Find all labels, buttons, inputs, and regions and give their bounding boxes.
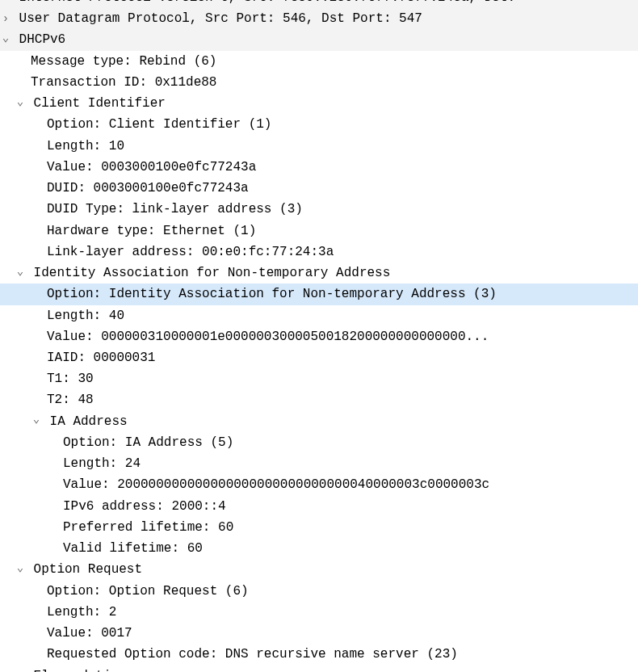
chevron-right-icon[interactable] bbox=[0, 10, 11, 28]
chevron-down-icon[interactable] bbox=[0, 31, 11, 49]
tree-row-udp[interactable]: User Datagram Protocol, Src Port: 546, D… bbox=[0, 8, 638, 29]
field-label: DHCPv6 bbox=[19, 32, 66, 47]
tree-row-client-id[interactable]: Client Identifier bbox=[0, 93, 638, 114]
tree-row[interactable]: Preferred lifetime: 60 bbox=[0, 517, 638, 538]
tree-row[interactable]: Length: 40 bbox=[0, 305, 638, 326]
tree-row-ia-addr[interactable]: IA Address bbox=[0, 411, 638, 432]
field-label: Client Identifier bbox=[34, 96, 166, 111]
field-label: Identity Association for Non-temporary A… bbox=[34, 266, 391, 280]
field-label: Elapsed time bbox=[34, 669, 127, 673]
tree-row[interactable]: Length: 2 bbox=[0, 602, 638, 623]
tree-row[interactable]: Option: IA Address (5) bbox=[0, 432, 638, 453]
field-label: Length: 40 bbox=[47, 309, 124, 323]
tree-row[interactable]: DUID: 0003000100e0fc77243a bbox=[0, 178, 638, 199]
field-label: Value: 200000000000000000000000000000040… bbox=[63, 477, 489, 492]
tree-row-dhcpv6[interactable]: DHCPv6 bbox=[0, 29, 638, 50]
field-label: Option Request bbox=[34, 562, 142, 577]
field-label: Link-layer address: 00:e0:fc:77:24:3a bbox=[47, 245, 334, 259]
tree-row-ipv6[interactable]: Internet Protocol Version 6, Src: fe80::… bbox=[0, 0, 638, 8]
tree-row[interactable]: IAID: 00000031 bbox=[0, 347, 638, 368]
field-label: Hardware type: Ethernet (1) bbox=[47, 224, 256, 238]
tree-row[interactable]: Length: 24 bbox=[0, 453, 638, 474]
tree-row[interactable]: IPv6 address: 2000::4 bbox=[0, 496, 638, 517]
tree-row[interactable]: T1: 30 bbox=[0, 368, 638, 389]
field-label: IPv6 address: 2000::4 bbox=[63, 499, 226, 514]
field-label: T2: 48 bbox=[47, 393, 94, 407]
field-label: IAID: 00000031 bbox=[47, 351, 155, 365]
tree-row[interactable]: Value: 0003000100e0fc77243a bbox=[0, 157, 638, 178]
chevron-down-icon[interactable] bbox=[31, 412, 42, 430]
chevron-down-icon[interactable] bbox=[15, 94, 26, 113]
field-label: Value: 0003000100e0fc77243a bbox=[47, 160, 256, 174]
field-label: Value: 000000310000001e00000030000500182… bbox=[47, 330, 489, 344]
tree-row[interactable]: Value: 0017 bbox=[0, 623, 638, 644]
field-label: Requested Option code: DNS recursive nam… bbox=[47, 647, 458, 662]
tree-row[interactable]: Requested Option code: DNS recursive nam… bbox=[0, 644, 638, 665]
tree-row-option-request[interactable]: Option Request bbox=[0, 559, 638, 580]
field-label: Option: Identity Association for Non-tem… bbox=[47, 287, 497, 301]
tree-row-selected[interactable]: Option: Identity Association for Non-tem… bbox=[0, 284, 638, 304]
tree-row[interactable]: Length: 10 bbox=[0, 136, 638, 157]
field-label: DUID Type: link-layer address (3) bbox=[47, 202, 303, 216]
chevron-down-icon[interactable] bbox=[15, 666, 26, 672]
field-label: Preferred lifetime: 60 bbox=[63, 520, 233, 535]
field-label: Option: IA Address (5) bbox=[63, 435, 233, 450]
field-label: Option: Client Identifier (1) bbox=[47, 117, 271, 132]
field-label: Length: 10 bbox=[47, 139, 124, 153]
field-label: Transaction ID: 0x11de88 bbox=[31, 75, 216, 90]
tree-row[interactable]: Message type: Rebind (6) bbox=[0, 51, 638, 72]
chevron-right-icon[interactable] bbox=[0, 0, 11, 6]
tree-row[interactable]: Hardware type: Ethernet (1) bbox=[0, 220, 638, 242]
tree-row[interactable]: Value: 000000310000001e00000030000500182… bbox=[0, 326, 638, 347]
tree-row[interactable]: Valid lifetime: 60 bbox=[0, 538, 638, 559]
field-label: Value: 0017 bbox=[47, 626, 132, 640]
field-label: User Datagram Protocol, Src Port: 546, D… bbox=[19, 11, 422, 26]
field-label: Valid lifetime: 60 bbox=[63, 541, 203, 556]
tree-row[interactable]: Transaction ID: 0x11de88 bbox=[0, 72, 638, 93]
tree-row[interactable]: T2: 48 bbox=[0, 389, 638, 410]
tree-row[interactable]: Link-layer address: 00:e0:fc:77:24:3a bbox=[0, 242, 638, 262]
tree-row[interactable]: Option: Client Identifier (1) bbox=[0, 114, 638, 135]
field-label: Internet Protocol Version 6, Src: fe80::… bbox=[19, 0, 516, 5]
field-label: DUID: 0003000100e0fc77243a bbox=[47, 181, 249, 195]
field-label: IA Address bbox=[50, 414, 128, 429]
chevron-down-icon[interactable] bbox=[15, 264, 26, 283]
tree-row[interactable]: DUID Type: link-layer address (3) bbox=[0, 199, 638, 220]
field-label: Length: 24 bbox=[63, 456, 141, 471]
field-label: Length: 2 bbox=[47, 605, 116, 620]
tree-row-ia-na[interactable]: Identity Association for Non-temporary A… bbox=[0, 262, 638, 284]
tree-row[interactable]: Value: 200000000000000000000000000000040… bbox=[0, 474, 638, 495]
field-label: Option: Option Request (6) bbox=[47, 584, 249, 598]
tree-row[interactable]: Option: Option Request (6) bbox=[0, 581, 638, 602]
field-label: Message type: Rebind (6) bbox=[31, 54, 216, 69]
field-label: T1: 30 bbox=[47, 372, 94, 386]
chevron-down-icon[interactable] bbox=[15, 561, 26, 579]
tree-row-elapsed-time[interactable]: Elapsed time bbox=[0, 666, 638, 673]
